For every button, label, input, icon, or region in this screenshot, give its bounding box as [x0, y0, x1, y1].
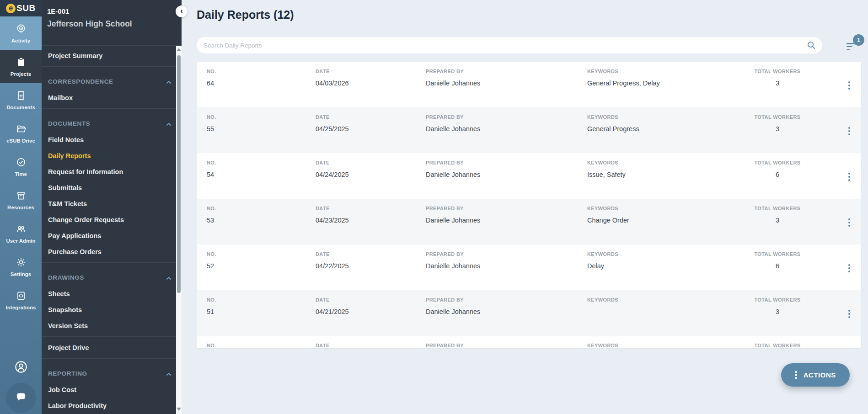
sidebar-item[interactable]: Job Cost	[42, 382, 176, 398]
sidebar-menu: Project Summary CORRESPONDENCE	[42, 46, 182, 414]
sidebar-item[interactable]	[42, 108, 176, 109]
row-kebab-menu-icon[interactable]	[847, 217, 851, 244]
sidebar-item[interactable]: Daily Reports	[42, 148, 176, 164]
search-row: 1	[197, 37, 861, 53]
col-label-total-workers: TOTAL WORKERS	[754, 69, 800, 74]
sidebar-item[interactable]: Snapshots	[42, 302, 176, 318]
actions-kebab-icon	[795, 370, 797, 380]
col-label-keywords: KEYWORDS	[587, 69, 750, 74]
rail-item[interactable]: Projects	[0, 50, 42, 83]
rail-items: Activity Projects Documents eSUB Drive T…	[0, 16, 42, 317]
sidebar-item[interactable]: Version Sets	[42, 318, 176, 334]
sidebar-collapse-button[interactable]: ‹	[176, 5, 188, 17]
table-row-partial[interactable]: NO. DATE PREPARED BY KEYWORDS TOTAL WORK…	[197, 336, 861, 348]
sidebar-item[interactable]: DOCUMENTS	[42, 111, 176, 132]
report-total-workers: 6	[776, 262, 779, 270]
sidebar-item[interactable]	[42, 262, 176, 263]
sidebar-item-label: Field Notes	[48, 136, 84, 143]
table-row[interactable]: NO. 51 DATE 04/21/2025 PREPARED BY Danie…	[197, 290, 861, 336]
table-row[interactable]: NO. 54 DATE 04/24/2025 PREPARED BY Danie…	[197, 153, 861, 199]
sidebar-item-label: Labor Productivity	[48, 402, 107, 409]
report-no: 52	[207, 262, 316, 270]
row-kebab-menu-icon[interactable]	[847, 171, 851, 199]
documents-icon	[15, 90, 27, 102]
sidebar-item[interactable]	[42, 66, 176, 67]
row-kebab-menu-icon[interactable]	[847, 125, 851, 153]
report-no: 54	[207, 171, 316, 178]
sidebar-item-label: REPORTING	[48, 370, 87, 377]
scrollbar-thumb[interactable]	[177, 55, 181, 293]
col-label-keywords: KEYWORDS	[587, 160, 750, 165]
row-kebab-menu-icon[interactable]	[847, 80, 851, 107]
rail-item[interactable]: Integrations	[0, 283, 42, 317]
rail-item[interactable]: Resources	[0, 183, 42, 217]
report-date: 04/25/2025	[316, 125, 426, 133]
sidebar-item[interactable]: CORRESPONDENCE	[42, 69, 176, 90]
sidebar-item[interactable]	[42, 336, 176, 337]
sidebar-item-label: Purchase Orders	[48, 248, 102, 255]
scroll-down-arrow-icon[interactable]	[177, 408, 181, 411]
actions-button[interactable]: ACTIONS	[781, 363, 850, 387]
row-kebab-menu-icon[interactable]	[847, 308, 851, 336]
col-label-date: DATE	[316, 297, 426, 303]
table-row[interactable]: NO. 64 DATE 04/03/2026 PREPARED BY Danie…	[197, 62, 861, 107]
sidebar-item[interactable]: Purchase Orders	[42, 244, 176, 260]
report-total-workers: 3	[776, 217, 779, 224]
rail-item[interactable]: User Admin	[0, 217, 42, 250]
report-total-workers: 3	[776, 125, 779, 133]
rail-item[interactable]: Documents	[0, 83, 42, 117]
sidebar-item[interactable]: Field Notes	[42, 132, 176, 148]
main-content: ‹ Daily Reports (12) 1 NO. 64 DATE	[182, 0, 868, 414]
table-row[interactable]: NO. 55 DATE 04/25/2025 PREPARED BY Danie…	[197, 107, 861, 153]
report-total-workers: 3	[776, 80, 779, 87]
sidebar-item[interactable]	[42, 358, 176, 359]
table-row[interactable]: NO. 52 DATE 04/22/2025 PREPARED BY Danie…	[197, 244, 861, 290]
col-label-no: NO.	[207, 160, 316, 165]
search-icon[interactable]	[806, 40, 817, 51]
sidebar-item[interactable]: Request for Information	[42, 164, 176, 180]
report-prepared-by: Danielle Johannes	[426, 308, 587, 315]
rail-item[interactable]: eSUB Drive	[0, 117, 42, 150]
report-no: 53	[207, 217, 316, 224]
sidebar-scrollbar[interactable]	[176, 46, 182, 414]
sidebar-item[interactable]: Pay Applications	[42, 228, 176, 244]
sidebar-item[interactable]: REPORTING	[42, 361, 176, 382]
sidebar-item[interactable]: Change Order Requests	[42, 212, 176, 228]
esub-logo[interactable]: e SUB	[0, 0, 42, 16]
rail-item[interactable]: Time	[0, 150, 42, 183]
filter-button[interactable]: 1	[845, 37, 866, 54]
col-label-prepared-by: PREPARED BY	[426, 69, 587, 74]
profile-button[interactable]	[0, 359, 42, 377]
sidebar-item[interactable]: T&M Tickets	[42, 196, 176, 212]
sidebar-item[interactable]: Labor Productivity	[42, 398, 176, 414]
row-kebab-menu-icon[interactable]	[847, 262, 851, 290]
col-label-date: DATE	[316, 160, 426, 165]
rail-item[interactable]: Activity	[0, 16, 42, 50]
col-label-date: DATE	[316, 206, 426, 211]
sidebar-item[interactable]: DRAWINGS	[42, 265, 176, 286]
sidebar-item-label: CORRESPONDENCE	[48, 78, 113, 85]
search-input[interactable]	[197, 37, 822, 53]
sidebar-item[interactable]: Mailbox	[42, 90, 176, 106]
sidebar-item-label: Snapshots	[48, 306, 82, 313]
report-total-workers: 3	[776, 308, 779, 315]
report-keywords: Change Order	[587, 217, 750, 224]
rail-item-label: Settings	[11, 271, 31, 277]
col-label-no: NO.	[207, 114, 316, 120]
rail-item-label: Projects	[11, 71, 31, 77]
chevron-up-icon	[166, 121, 171, 126]
sidebar-item[interactable]: Project Summary	[42, 48, 176, 64]
table-row[interactable]: NO. 53 DATE 04/23/2025 PREPARED BY Danie…	[197, 199, 861, 244]
col-label-date: DATE	[316, 114, 426, 120]
col-label-total-workers: TOTAL WORKERS	[754, 297, 800, 303]
sidebar-item-label: Project Summary	[48, 52, 102, 59]
scroll-up-arrow-icon[interactable]	[177, 48, 181, 51]
rail-item[interactable]: Settings	[0, 250, 42, 283]
rail-item-label: eSUB Drive	[6, 138, 35, 143]
sidebar-item[interactable]: Submittals	[42, 180, 176, 196]
sidebar-item[interactable]: Project Drive	[42, 340, 176, 356]
sidebar-item[interactable]: Sheets	[42, 286, 176, 302]
rail-item-label: Time	[15, 171, 27, 177]
sidebar-item-label: Request for Information	[48, 168, 123, 175]
chat-button[interactable]	[6, 383, 36, 413]
